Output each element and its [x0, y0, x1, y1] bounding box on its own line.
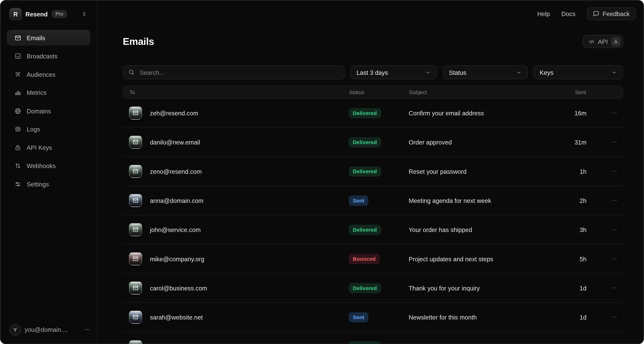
speech-bubble-icon: [593, 11, 599, 17]
row-menu-ellipsis-icon[interactable]: [612, 198, 617, 203]
table-header: To Status Subject Sent: [123, 86, 623, 98]
column-header-subject: Subject: [409, 89, 558, 95]
sidebar-item-emails[interactable]: Emails: [7, 30, 90, 46]
ellipsis-icon[interactable]: [84, 326, 90, 332]
shortcut-key-badge: A: [611, 37, 620, 46]
help-link[interactable]: Help: [537, 10, 550, 17]
code-icon: [588, 38, 594, 44]
sidebar-item-api-keys[interactable]: API Keys: [7, 140, 90, 155]
globe-icon: [14, 107, 21, 114]
status-badge: Delivered: [348, 108, 381, 118]
chevron-down-icon: [516, 70, 522, 75]
envelope-icon: [129, 106, 142, 120]
sidebar-item-label: Logs: [26, 126, 40, 133]
sidebar-item-settings[interactable]: Settings: [7, 176, 90, 192]
lock-icon: [14, 144, 21, 151]
sent-time: 5h: [558, 255, 586, 262]
email-subject: Meeting agenda for next week: [408, 197, 491, 204]
sidebar-item-label: Settings: [26, 180, 49, 188]
sidebar-item-label: Emails: [26, 34, 45, 41]
audiences-icon: [14, 71, 21, 78]
envelope-icon: [129, 252, 142, 266]
recipient-email: carol@business.com: [150, 284, 207, 292]
recipient-email: danilo@new.email: [150, 138, 200, 146]
recipient-email: zeh@resend.com: [150, 110, 198, 116]
feedback-button[interactable]: Feedback: [587, 7, 636, 20]
filter-row: Last 3 days Status Keys: [123, 65, 623, 79]
sent-time: 2h: [558, 197, 586, 204]
table-row[interactable]: danilo@new.email Delivered Order approve…: [123, 128, 623, 157]
sidebar-item-logs[interactable]: Logs: [7, 122, 90, 137]
sidebar-item-label: Audiences: [26, 71, 55, 78]
logs-icon: [14, 126, 21, 133]
chevron-down-icon: [426, 70, 431, 75]
row-menu-ellipsis-icon[interactable]: [612, 168, 617, 174]
table-row[interactable]: sarah@website.net Sent Newsletter for th…: [123, 303, 623, 332]
recipient-email: john@service.com: [150, 226, 200, 233]
app-viewport: R Resend Pro Emails Broadcasts A: [0, 0, 644, 344]
sent-time: 16m: [558, 110, 586, 116]
status-badge: Delivered: [348, 341, 381, 344]
workspace-switcher[interactable]: R Resend Pro: [0, 0, 97, 26]
sidebar-item-broadcasts[interactable]: Broadcasts: [7, 48, 90, 64]
sent-time: 31m: [558, 138, 586, 146]
sent-time: 3h: [558, 226, 586, 233]
column-header-status: Status: [349, 89, 409, 95]
broadcast-icon: [14, 52, 21, 60]
row-menu-ellipsis-icon[interactable]: [612, 256, 617, 262]
search-input[interactable]: [139, 68, 339, 76]
search-icon: [128, 69, 135, 76]
chevrons-up-down-icon[interactable]: [81, 11, 87, 17]
envelope-icon: [129, 310, 142, 324]
row-menu-ellipsis-icon[interactable]: [612, 285, 617, 291]
row-menu-ellipsis-icon[interactable]: [612, 139, 617, 145]
top-nav: Help Docs Feedback: [97, 0, 644, 20]
resend-logo: R: [10, 8, 22, 20]
table-row[interactable]: Delivered: [123, 332, 623, 344]
table-row[interactable]: john@service.com Delivered Your order ha…: [123, 215, 623, 244]
envelope-icon: [129, 223, 142, 236]
workspace-name: Resend: [26, 10, 48, 18]
recipient-email: zeno@resend.com: [150, 168, 202, 175]
sent-time: 1d: [558, 284, 586, 292]
page-title: Emails: [123, 36, 154, 47]
keys-dropdown[interactable]: Keys: [534, 65, 623, 79]
docs-link[interactable]: Docs: [562, 10, 576, 17]
sidebar-item-label: API Keys: [26, 144, 52, 151]
row-menu-ellipsis-icon[interactable]: [612, 110, 617, 116]
date-range-dropdown[interactable]: Last 3 days: [350, 65, 437, 79]
user-menu[interactable]: Y you@domain....: [0, 324, 97, 344]
sidebar-item-audiences[interactable]: Audiences: [7, 66, 90, 82]
column-header-to: To: [123, 89, 349, 95]
envelope-icon: [129, 165, 142, 178]
recipient-email: mike@company.org: [150, 255, 204, 262]
email-subject: Reset your password: [408, 168, 466, 175]
sidebar-item-webhooks[interactable]: Webhooks: [7, 158, 90, 174]
status-badge: Delivered: [348, 166, 381, 176]
sidebar-item-domains[interactable]: Domains: [7, 103, 90, 118]
email-subject: Confirm your email address: [408, 110, 484, 116]
metrics-icon: [14, 89, 21, 96]
status-value: Status: [449, 69, 466, 76]
chevron-down-icon: [612, 70, 617, 75]
table-row[interactable]: zeh@resend.com Delivered Confirm your em…: [123, 98, 623, 128]
email-subject: Your order has shipped: [408, 226, 472, 233]
envelope-icon: [129, 136, 142, 149]
status-badge: Sent: [348, 196, 368, 206]
settings-icon: [14, 180, 21, 188]
table-row[interactable]: mike@company.org Bounced Project updates…: [123, 244, 623, 274]
sidebar-item-metrics[interactable]: Metrics: [7, 85, 90, 100]
table-row[interactable]: zeno@resend.com Delivered Reset your pas…: [123, 157, 623, 186]
table-row[interactable]: carol@business.com Delivered Thank you f…: [123, 274, 623, 303]
email-subject: Order approved: [408, 138, 452, 146]
status-dropdown[interactable]: Status: [443, 65, 528, 79]
sidebar-nav: Emails Broadcasts Audiences Metrics Doma…: [0, 26, 97, 194]
plan-badge: Pro: [52, 10, 67, 18]
envelope-icon: [129, 340, 142, 344]
row-menu-ellipsis-icon[interactable]: [612, 227, 617, 232]
search-box: [123, 65, 345, 79]
status-badge: Sent: [348, 312, 368, 322]
table-row[interactable]: anna@domain.com Sent Meeting agenda for …: [123, 186, 623, 215]
api-button[interactable]: API A: [583, 35, 623, 48]
row-menu-ellipsis-icon[interactable]: [612, 314, 617, 320]
